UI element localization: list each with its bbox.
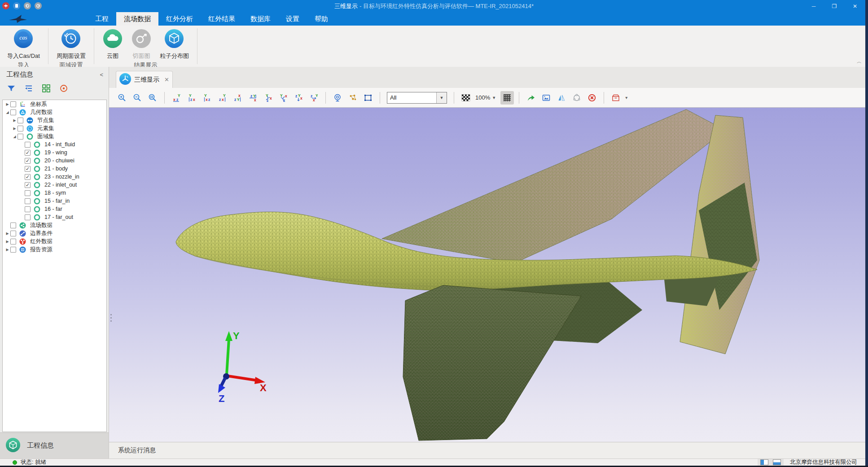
tree-checkbox[interactable] [10, 109, 16, 115]
transparency-button[interactable] [459, 91, 473, 105]
tree-expander-icon[interactable]: ▶ [4, 102, 10, 106]
menu-tab-infrared-analysis[interactable]: 红外分析 [158, 12, 201, 26]
particle-cluster-button[interactable] [346, 91, 359, 105]
tree-checkbox[interactable] [10, 247, 16, 253]
tree-item-node-set[interactable]: ▶节点集 [3, 116, 106, 124]
zoom-fit-button[interactable] [146, 91, 159, 105]
tree-expander-icon[interactable]: ▶ [4, 231, 10, 236]
tree-checkbox[interactable]: ✓ [25, 166, 31, 172]
viewport-3d[interactable]: Y X Z [109, 108, 868, 442]
import-cas-dat-button[interactable]: cas导入Cas/Dat [4, 26, 43, 60]
snapshot-button[interactable] [539, 91, 553, 105]
periodic-surface-button[interactable]: 周期面设置 [54, 26, 88, 60]
tree-expander-icon[interactable]: ◢ [12, 135, 18, 139]
tree-checkbox[interactable] [25, 190, 31, 196]
view-bottom-button[interactable]: zYx [246, 91, 259, 105]
menu-tab-flow-field-data[interactable]: 流场数据 [116, 12, 158, 26]
particle-distribution-button[interactable]: 粒子分布图 [157, 26, 192, 60]
tree-checkbox[interactable] [18, 126, 23, 131]
layout-bottom-icon[interactable] [773, 459, 781, 465]
tree-expander-icon[interactable]: ◢ [4, 110, 10, 114]
close-button[interactable]: ✕ [845, 0, 865, 12]
panel-splitter-grip[interactable] [110, 314, 112, 322]
tree-checkbox[interactable] [18, 134, 23, 140]
tree-checkbox[interactable] [25, 206, 31, 212]
tree-checkbox[interactable]: ✓ [25, 150, 31, 156]
view-back-button[interactable]: Yzx [185, 91, 198, 105]
tree-item-face-23[interactable]: ✓23 - nozzle_in [3, 173, 106, 181]
tree-checkbox[interactable] [25, 214, 31, 220]
tree-checkbox[interactable] [25, 198, 31, 204]
view-top-button[interactable]: xzY [231, 91, 244, 105]
tree-item-element-set[interactable]: ▶元素集 [3, 124, 106, 132]
tree-item-face-14[interactable]: 14 - int_fluid [3, 140, 106, 148]
tree-checkbox[interactable] [10, 239, 16, 244]
system-message-bar[interactable]: 系统运行消息 [109, 442, 868, 458]
tree-item-face-18[interactable]: 18 - sym [3, 189, 106, 197]
display-filter-combo[interactable]: All▼ [387, 92, 447, 104]
tree-expander-icon[interactable]: ▶ [4, 248, 10, 252]
tree-checkbox[interactable] [10, 231, 16, 236]
mesh-toggle-button[interactable] [500, 91, 514, 105]
tree-checkbox[interactable] [10, 101, 16, 107]
tree-item-face-22[interactable]: ✓22 - inlet_out [3, 181, 106, 189]
tree-item-face-17[interactable]: 17 - far_out [3, 213, 106, 221]
locate-target-icon[interactable] [59, 83, 69, 93]
view-right-button[interactable]: zxY [215, 91, 229, 105]
layout-left-icon[interactable] [760, 459, 768, 465]
tree-expander-icon[interactable]: ▶ [12, 118, 18, 122]
restore-button[interactable]: ❐ [824, 0, 845, 12]
tree-item-face-set[interactable]: ◢面域集 [3, 132, 106, 140]
archive-box-button[interactable] [609, 91, 623, 105]
tab-close-icon[interactable]: ✕ [164, 76, 169, 83]
menu-tab-infrared-results[interactable]: 红外结果 [201, 12, 243, 26]
tree-item-face-16[interactable]: 16 - far [3, 205, 106, 213]
menu-tab-database[interactable]: 数据库 [243, 12, 278, 26]
view-left-button[interactable]: Yxz [200, 91, 214, 105]
view-iso-se-button[interactable]: zYx [292, 91, 305, 105]
view-front-button[interactable]: xzY [170, 91, 183, 105]
tree-item-report-resources[interactable]: ▶报告资源 [3, 245, 106, 253]
archive-caret-icon[interactable]: ▾ [625, 95, 627, 100]
filter-icon[interactable] [6, 83, 16, 93]
contour-button[interactable]: 云图 [100, 26, 126, 60]
clear-cancel-button[interactable] [585, 91, 599, 105]
tree-item-geometry-data[interactable]: ◢几何数据 [3, 108, 106, 116]
menu-tab-help[interactable]: 帮助 [307, 12, 336, 26]
tree-checkbox[interactable]: ✓ [25, 182, 31, 188]
tree-expander-icon[interactable]: ▶ [12, 127, 18, 131]
zoom-in-button[interactable] [115, 91, 129, 105]
zoom-out-button[interactable] [131, 91, 144, 105]
tree-item-face-19[interactable]: ✓19 - wing [3, 148, 106, 157]
combo-dropdown-icon[interactable]: ▼ [436, 92, 447, 103]
region-select-button[interactable] [361, 91, 375, 105]
view-iso-nw-button[interactable]: Yxz [276, 91, 290, 105]
view-iso-sw-button[interactable]: zxY [307, 91, 320, 105]
zoom-level-select[interactable]: 100%▼ [475, 94, 496, 101]
tree-item-face-20[interactable]: ✓20 - chuiwei [3, 157, 106, 165]
tree-checkbox[interactable] [18, 118, 23, 123]
tree-checkbox[interactable]: ✓ [25, 158, 31, 164]
tree-checkbox[interactable] [25, 142, 31, 148]
menu-tab-settings[interactable]: 设置 [278, 12, 307, 26]
project-info-bottom-button[interactable]: 工程信息 [0, 432, 109, 458]
view-iso-ne-button[interactable]: Yxz [261, 91, 275, 105]
probe-camera-button[interactable] [331, 91, 344, 105]
tab-3d-display[interactable]: 三维显示 ✕ [116, 71, 173, 88]
tree-item-coordinate-system[interactable]: ▶Yzx坐标系 [3, 100, 106, 108]
ribbon-collapse-button[interactable]: ︿ [857, 58, 862, 65]
tree-item-face-21[interactable]: ✓21 - body [3, 165, 106, 173]
minimize-button[interactable]: ─ [803, 0, 824, 12]
tree-item-face-15[interactable]: 15 - far_in [3, 197, 106, 205]
tree-checkbox[interactable]: ✓ [25, 174, 31, 180]
group-grid-icon[interactable] [41, 83, 51, 93]
tree-expander-icon[interactable]: ▶ [4, 240, 10, 244]
tree-checkbox[interactable] [10, 223, 16, 228]
outline-list-icon[interactable] [24, 83, 34, 93]
menu-tab-engineering[interactable]: 工程 [88, 12, 116, 26]
export-share-button[interactable] [524, 91, 538, 105]
tree-item-flow-field-data-node[interactable]: 流场数据 [3, 221, 106, 229]
mirror-button[interactable] [555, 91, 568, 105]
tree-item-infrared-data[interactable]: ▶红外数据 [3, 237, 106, 245]
tree-item-boundary-conditions[interactable]: ▶边界条件 [3, 229, 106, 237]
